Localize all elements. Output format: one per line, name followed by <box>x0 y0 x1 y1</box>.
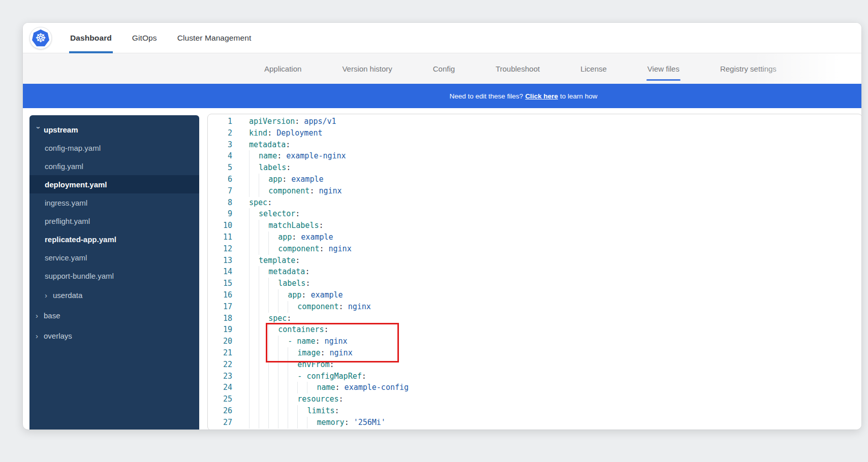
tree-file-config-yaml[interactable]: config.yaml <box>29 157 199 175</box>
code-line: 26 limits: <box>208 405 861 417</box>
tree-item-label: overlays <box>44 332 72 340</box>
tree-item-label: deployment.yaml <box>45 180 107 189</box>
code-line: 5 labels: <box>208 162 861 174</box>
tab-view-files[interactable]: View files <box>647 64 679 73</box>
banner-text-after: to learn how <box>560 92 598 100</box>
line-number: 3 <box>208 139 232 151</box>
yaml-file-viewer[interactable]: 1apiVersion: apps/v12kind: Deployment3me… <box>207 114 861 430</box>
line-number: 20 <box>208 336 232 347</box>
code-line: 17 component: nginx <box>208 301 861 313</box>
code-lines: 1apiVersion: apps/v12kind: Deployment3me… <box>208 114 861 428</box>
code-line: 11 app: example <box>208 232 861 243</box>
code-line: 1apiVersion: apps/v1 <box>208 116 861 127</box>
tab-application[interactable]: Application <box>264 64 301 73</box>
code-line: 19 containers: <box>208 324 861 336</box>
line-number: 11 <box>208 232 232 243</box>
nav-item-gitops[interactable]: GitOps <box>132 23 157 53</box>
code-line: 27 memory: '256Mi' <box>208 417 861 428</box>
nav-item-cluster-management[interactable]: Cluster Management <box>177 23 252 53</box>
tree-item-label: userdata <box>53 291 82 300</box>
line-number: 2 <box>208 127 232 139</box>
code-line: 13 template: <box>208 255 861 267</box>
tree-folder-base[interactable]: ›base <box>29 306 199 324</box>
tree-item-label: replicated-app.yaml <box>45 235 116 244</box>
tree-folder-userdata[interactable]: ›userdata <box>29 286 199 304</box>
line-number: 24 <box>208 382 232 393</box>
tree-file-support-bundle-yaml[interactable]: support-bundle.yaml <box>29 267 199 285</box>
code-line: 12 component: nginx <box>208 243 861 255</box>
primary-nav: DashboardGitOpsCluster Management <box>70 23 251 53</box>
top-header: ☸ DashboardGitOpsCluster Management <box>23 23 861 53</box>
line-number: 23 <box>208 371 232 382</box>
tab-troubleshoot[interactable]: Troubleshoot <box>495 64 540 73</box>
nav-item-dashboard[interactable]: Dashboard <box>70 23 112 53</box>
line-number: 13 <box>208 255 232 267</box>
tree-item-label: service.yaml <box>45 253 87 262</box>
line-number: 9 <box>208 208 232 220</box>
tree-file-service-yaml[interactable]: service.yaml <box>29 248 199 267</box>
code-line: 9 selector: <box>208 208 861 220</box>
code-line: 23 - configMapRef: <box>208 371 861 382</box>
tree-item-label: ingress.yaml <box>45 199 87 207</box>
tree-item-label: config.yaml <box>45 162 83 171</box>
line-number: 21 <box>208 347 232 359</box>
line-number: 6 <box>208 174 232 185</box>
tab-version-history[interactable]: Version history <box>342 64 392 73</box>
tab-license[interactable]: License <box>580 64 607 73</box>
line-number: 16 <box>208 289 232 301</box>
line-number: 22 <box>208 359 232 371</box>
code-line: 20 - name: nginx <box>208 336 861 347</box>
line-number: 19 <box>208 324 232 336</box>
line-number: 26 <box>208 405 232 417</box>
code-line: 18 spec: <box>208 313 861 324</box>
line-number: 7 <box>208 185 232 197</box>
code-line: 21 image: nginx <box>208 347 861 359</box>
tree-file-deployment-yaml[interactable]: deployment.yaml <box>29 175 199 193</box>
code-line: 7 component: nginx <box>208 185 861 197</box>
tree-file-config-map-yaml[interactable]: config-map.yaml <box>29 139 199 157</box>
code-line: 14 metadata: <box>208 266 861 278</box>
tree-file-ingress-yaml[interactable]: ingress.yaml <box>29 193 199 212</box>
line-number: 10 <box>208 220 232 232</box>
code-line: 15 labels: <box>208 278 861 289</box>
line-number: 27 <box>208 417 232 428</box>
tree-file-replicated-app-yaml[interactable]: replicated-app.yaml <box>29 230 199 248</box>
line-number: 25 <box>208 393 232 405</box>
tab-registry-settings[interactable]: Registry settings <box>720 64 777 73</box>
kubernetes-logo[interactable]: ☸ <box>29 27 52 49</box>
kubernetes-helm-icon: ☸ <box>32 29 49 47</box>
code-line: 22 envFrom: <box>208 359 861 371</box>
tree-folder-overlays[interactable]: ›overlays <box>29 326 199 345</box>
banner-text-before: Need to edit these files? <box>450 92 523 100</box>
chevron-right-icon: › <box>45 291 53 300</box>
app-tab-bar: ApplicationVersion historyConfigTroubles… <box>23 53 861 84</box>
code-line: 4 name: example-nginx <box>208 150 861 162</box>
code-line: 3metadata: <box>208 139 861 151</box>
code-line: 2kind: Deployment <box>208 127 861 139</box>
code-line: 10 matchLabels: <box>208 220 861 232</box>
line-number: 1 <box>208 116 232 127</box>
tree-file-preflight-yaml[interactable]: preflight.yaml <box>29 212 199 230</box>
line-number: 14 <box>208 266 232 278</box>
code-line: 24 name: example-config <box>208 382 861 393</box>
banner-learn-link[interactable]: Click here <box>525 92 558 100</box>
line-number: 17 <box>208 301 232 313</box>
chevron-down-icon: › <box>35 126 43 135</box>
line-number: 15 <box>208 278 232 289</box>
chevron-right-icon: › <box>36 332 44 340</box>
tab-config[interactable]: Config <box>433 64 455 73</box>
app-window: ☸ DashboardGitOpsCluster Management Appl… <box>23 23 861 430</box>
tree-folder-upstream[interactable]: ›upstream <box>29 120 199 139</box>
chevron-right-icon: › <box>36 311 44 320</box>
line-number: 8 <box>208 197 232 209</box>
code-line: 8spec: <box>208 197 861 209</box>
line-number: 12 <box>208 243 232 255</box>
code-line: 25 resources: <box>208 393 861 405</box>
line-number: 18 <box>208 313 232 324</box>
tree-item-label: base <box>44 311 60 320</box>
line-number: 4 <box>208 150 232 162</box>
edit-files-banner: Need to edit these files? Click here to … <box>23 84 861 108</box>
code-line: 6 app: example <box>208 174 861 185</box>
tree-item-label: support-bundle.yaml <box>45 272 114 280</box>
file-tree-sidebar: ›upstreamconfig-map.yamlconfig.yamldeplo… <box>29 115 199 430</box>
